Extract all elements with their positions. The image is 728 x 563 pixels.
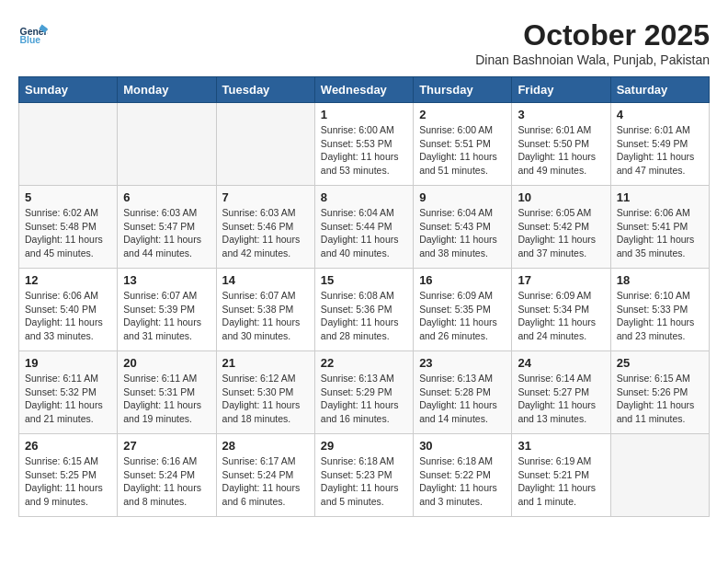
calendar-cell: 31Sunrise: 6:19 AM Sunset: 5:21 PM Dayli… [512, 434, 610, 517]
day-number: 2 [419, 108, 506, 121]
calendar-cell: 2Sunrise: 6:00 AM Sunset: 5:51 PM Daylig… [414, 103, 512, 186]
day-info: Sunrise: 6:07 AM Sunset: 5:39 PM Dayligh… [123, 289, 210, 343]
svg-text:Blue: Blue [20, 35, 41, 45]
calendar-cell: 22Sunrise: 6:13 AM Sunset: 5:29 PM Dayli… [314, 351, 413, 434]
calendar-cell: 16Sunrise: 6:09 AM Sunset: 5:35 PM Dayli… [414, 269, 512, 351]
calendar-cell: 24Sunrise: 6:14 AM Sunset: 5:27 PM Dayli… [512, 351, 610, 434]
title-block: October 2025 Dinan Bashnoian Wala, Punja… [475, 18, 710, 67]
day-number: 29 [321, 439, 407, 453]
day-info: Sunrise: 6:05 AM Sunset: 5:42 PM Dayligh… [518, 206, 604, 260]
day-info: Sunrise: 6:09 AM Sunset: 5:35 PM Dayligh… [419, 289, 506, 343]
calendar-cell [610, 434, 709, 517]
day-number: 6 [123, 190, 210, 204]
weekday-header-sunday: Sunday [19, 77, 118, 103]
day-info: Sunrise: 6:00 AM Sunset: 5:51 PM Dayligh… [419, 123, 506, 178]
day-number: 19 [25, 356, 111, 370]
day-info: Sunrise: 6:19 AM Sunset: 5:21 PM Dayligh… [518, 454, 604, 509]
calendar-cell: 30Sunrise: 6:18 AM Sunset: 5:22 PM Dayli… [414, 434, 512, 517]
weekday-header-monday: Monday [118, 77, 216, 103]
day-number: 15 [321, 273, 407, 287]
calendar-cell: 14Sunrise: 6:07 AM Sunset: 5:38 PM Dayli… [216, 269, 314, 351]
day-number: 18 [617, 273, 703, 287]
day-number: 9 [419, 190, 506, 204]
calendar-cell: 19Sunrise: 6:11 AM Sunset: 5:32 PM Dayli… [19, 351, 118, 434]
day-number: 17 [518, 273, 604, 287]
calendar-cell: 9Sunrise: 6:04 AM Sunset: 5:43 PM Daylig… [414, 186, 512, 269]
day-info: Sunrise: 6:10 AM Sunset: 5:33 PM Dayligh… [617, 289, 703, 343]
day-number: 10 [518, 190, 604, 204]
day-info: Sunrise: 6:07 AM Sunset: 5:38 PM Dayligh… [222, 289, 309, 343]
day-info: Sunrise: 6:14 AM Sunset: 5:27 PM Dayligh… [518, 372, 604, 426]
calendar-week-5: 26Sunrise: 6:15 AM Sunset: 5:25 PM Dayli… [19, 434, 710, 517]
calendar-cell: 1Sunrise: 6:00 AM Sunset: 5:53 PM Daylig… [314, 103, 413, 186]
calendar-cell: 8Sunrise: 6:04 AM Sunset: 5:44 PM Daylig… [314, 186, 413, 269]
calendar-cell: 21Sunrise: 6:12 AM Sunset: 5:30 PM Dayli… [216, 351, 314, 434]
day-number: 1 [321, 108, 407, 121]
day-number: 24 [518, 356, 604, 370]
calendar-header-row: SundayMondayTuesdayWednesdayThursdayFrid… [19, 77, 710, 103]
weekday-header-saturday: Saturday [610, 77, 709, 103]
day-number: 8 [321, 190, 407, 204]
day-number: 21 [222, 356, 309, 370]
calendar-cell: 13Sunrise: 6:07 AM Sunset: 5:39 PM Dayli… [118, 269, 216, 351]
calendar-cell: 15Sunrise: 6:08 AM Sunset: 5:36 PM Dayli… [314, 269, 413, 351]
day-number: 7 [222, 190, 309, 204]
day-number: 23 [419, 356, 506, 370]
day-info: Sunrise: 6:18 AM Sunset: 5:23 PM Dayligh… [321, 454, 407, 509]
calendar-cell [216, 103, 314, 186]
calendar-body: 1Sunrise: 6:00 AM Sunset: 5:53 PM Daylig… [19, 103, 710, 517]
day-info: Sunrise: 6:04 AM Sunset: 5:43 PM Dayligh… [419, 206, 506, 260]
day-info: Sunrise: 6:01 AM Sunset: 5:50 PM Dayligh… [518, 123, 604, 178]
calendar-cell: 17Sunrise: 6:09 AM Sunset: 5:34 PM Dayli… [512, 269, 610, 351]
calendar-cell [118, 103, 216, 186]
day-info: Sunrise: 6:06 AM Sunset: 5:40 PM Dayligh… [25, 289, 111, 343]
day-number: 30 [419, 439, 506, 453]
day-number: 14 [222, 273, 309, 287]
day-number: 26 [25, 439, 111, 453]
calendar-cell: 25Sunrise: 6:15 AM Sunset: 5:26 PM Dayli… [610, 351, 709, 434]
calendar-cell: 7Sunrise: 6:03 AM Sunset: 5:46 PM Daylig… [216, 186, 314, 269]
day-number: 3 [518, 108, 604, 121]
calendar-table: SundayMondayTuesdayWednesdayThursdayFrid… [18, 76, 710, 517]
day-info: Sunrise: 6:03 AM Sunset: 5:46 PM Dayligh… [222, 206, 309, 260]
day-info: Sunrise: 6:00 AM Sunset: 5:53 PM Dayligh… [321, 123, 407, 178]
logo: General Blue [18, 18, 48, 48]
calendar-week-4: 19Sunrise: 6:11 AM Sunset: 5:32 PM Dayli… [19, 351, 710, 434]
day-info: Sunrise: 6:01 AM Sunset: 5:49 PM Dayligh… [617, 123, 703, 178]
day-info: Sunrise: 6:11 AM Sunset: 5:32 PM Dayligh… [25, 372, 111, 426]
day-info: Sunrise: 6:13 AM Sunset: 5:28 PM Dayligh… [419, 372, 506, 426]
day-number: 27 [123, 439, 210, 453]
weekday-header-wednesday: Wednesday [314, 77, 413, 103]
day-number: 11 [617, 190, 703, 204]
calendar-cell [19, 103, 118, 186]
page-header: General Blue October 2025 Dinan Bashnoia… [18, 18, 710, 67]
day-number: 13 [123, 273, 210, 287]
calendar-cell: 18Sunrise: 6:10 AM Sunset: 5:33 PM Dayli… [610, 269, 709, 351]
day-info: Sunrise: 6:09 AM Sunset: 5:34 PM Dayligh… [518, 289, 604, 343]
calendar-week-3: 12Sunrise: 6:06 AM Sunset: 5:40 PM Dayli… [19, 269, 710, 351]
calendar-cell: 6Sunrise: 6:03 AM Sunset: 5:47 PM Daylig… [118, 186, 216, 269]
calendar-cell: 27Sunrise: 6:16 AM Sunset: 5:24 PM Dayli… [118, 434, 216, 517]
day-number: 5 [25, 190, 111, 204]
weekday-header-tuesday: Tuesday [216, 77, 314, 103]
calendar-cell: 12Sunrise: 6:06 AM Sunset: 5:40 PM Dayli… [19, 269, 118, 351]
calendar-cell: 3Sunrise: 6:01 AM Sunset: 5:50 PM Daylig… [512, 103, 610, 186]
day-info: Sunrise: 6:04 AM Sunset: 5:44 PM Dayligh… [321, 206, 407, 260]
calendar-cell: 10Sunrise: 6:05 AM Sunset: 5:42 PM Dayli… [512, 186, 610, 269]
month-title: October 2025 [475, 18, 710, 52]
calendar-cell: 29Sunrise: 6:18 AM Sunset: 5:23 PM Dayli… [314, 434, 413, 517]
day-number: 12 [25, 273, 111, 287]
day-number: 28 [222, 439, 309, 453]
day-info: Sunrise: 6:11 AM Sunset: 5:31 PM Dayligh… [123, 372, 210, 426]
calendar-week-2: 5Sunrise: 6:02 AM Sunset: 5:48 PM Daylig… [19, 186, 710, 269]
day-info: Sunrise: 6:12 AM Sunset: 5:30 PM Dayligh… [222, 372, 309, 426]
calendar-cell: 4Sunrise: 6:01 AM Sunset: 5:49 PM Daylig… [610, 103, 709, 186]
day-info: Sunrise: 6:18 AM Sunset: 5:22 PM Dayligh… [419, 454, 506, 509]
calendar-cell: 28Sunrise: 6:17 AM Sunset: 5:24 PM Dayli… [216, 434, 314, 517]
day-info: Sunrise: 6:15 AM Sunset: 5:25 PM Dayligh… [25, 454, 111, 509]
day-info: Sunrise: 6:16 AM Sunset: 5:24 PM Dayligh… [123, 454, 210, 509]
calendar-cell: 11Sunrise: 6:06 AM Sunset: 5:41 PM Dayli… [610, 186, 709, 269]
day-info: Sunrise: 6:17 AM Sunset: 5:24 PM Dayligh… [222, 454, 309, 509]
calendar-cell: 20Sunrise: 6:11 AM Sunset: 5:31 PM Dayli… [118, 351, 216, 434]
day-info: Sunrise: 6:06 AM Sunset: 5:41 PM Dayligh… [617, 206, 703, 260]
